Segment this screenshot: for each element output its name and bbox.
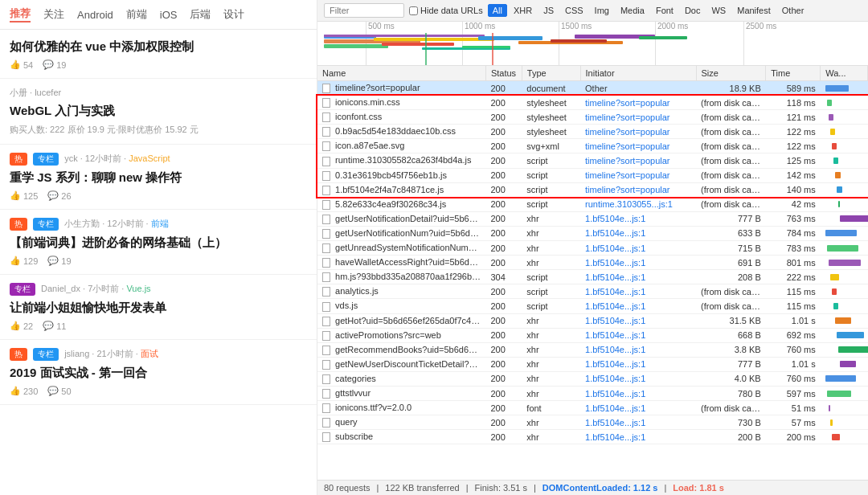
initiator-link[interactable]: 1.bf5104e...js:1 bbox=[585, 432, 645, 442]
comment-1[interactable]: 💬 19 bbox=[43, 59, 66, 70]
initiator-link[interactable]: 1.bf5104e...js:1 bbox=[585, 272, 645, 282]
table-row[interactable]: subscribe 200 xhr 1.bf5104e...js:1 200 B… bbox=[317, 430, 868, 444]
nav-ios[interactable]: iOS bbox=[160, 9, 178, 21]
initiator-link[interactable]: timeline?sort=popular bbox=[585, 98, 669, 108]
initiator-link[interactable]: timeline?sort=popular bbox=[585, 127, 669, 137]
article-title-2[interactable]: WebGL 入门与实践 bbox=[10, 102, 307, 119]
nav-frontend[interactable]: 前端 bbox=[126, 7, 147, 22]
table-row[interactable]: timeline?sort=popular 200 document Other… bbox=[317, 81, 868, 96]
file-icon bbox=[322, 418, 330, 428]
table-row[interactable]: 0.31e3619bcb45f756eb1b.js 200 script tim… bbox=[317, 168, 868, 182]
th-waterfall[interactable]: Wa... bbox=[821, 66, 868, 81]
filter-media[interactable]: Media bbox=[616, 4, 649, 17]
table-row[interactable]: icon.a87e5ae.svg 200 svg+xml timeline?so… bbox=[317, 139, 868, 153]
initiator-link[interactable]: timeline?sort=popular bbox=[585, 141, 669, 151]
table-row[interactable]: getNewUserDiscountTicketDetail?uid=5b6d.… bbox=[317, 357, 868, 371]
initiator-link[interactable]: 1.bf5104e...js:1 bbox=[585, 374, 645, 383]
th-type[interactable]: Type bbox=[522, 66, 580, 81]
table-row[interactable]: getHot?uid=5b6d656ef265da0f7c4ff4fd&cli.… bbox=[317, 313, 868, 328]
filter-img[interactable]: Img bbox=[590, 4, 614, 17]
initiator-link[interactable]: 1.bf5104e...js:1 bbox=[585, 345, 645, 354]
nav-android[interactable]: Android bbox=[77, 9, 113, 21]
initiator-link[interactable]: 1.bf5104e...js:1 bbox=[585, 214, 645, 223]
article-title-3[interactable]: 重学 JS 系列：聊聊 new 操作符 bbox=[10, 169, 307, 186]
initiator-link[interactable]: timeline?sort=popular bbox=[585, 156, 669, 166]
table-row[interactable]: getUserNotificationNum?uid=5b6d656ef26..… bbox=[317, 226, 868, 240]
table-row[interactable]: iconfont.css 200 stylesheet timeline?sor… bbox=[317, 110, 868, 125]
table-row[interactable]: 5.82e633c4ea9f30268c34.js 200 script run… bbox=[317, 197, 868, 211]
filter-doc[interactable]: Doc bbox=[680, 4, 706, 17]
initiator-link[interactable]: 1.bf5104e...js:1 bbox=[585, 243, 645, 253]
filter-xhr[interactable]: XHR bbox=[509, 4, 537, 17]
article-title-1[interactable]: 如何优雅的在 vue 中添加权限控制 bbox=[10, 38, 307, 55]
table-row[interactable]: 0.b9ac5d54e183ddaec10b.css 200 styleshee… bbox=[317, 125, 868, 139]
filter-font[interactable]: Font bbox=[651, 4, 678, 17]
initiator-link[interactable]: 1.bf5104e...js:1 bbox=[585, 258, 645, 268]
filter-ws[interactable]: WS bbox=[706, 4, 731, 17]
comment-3[interactable]: 💬 26 bbox=[47, 190, 71, 201]
initiator-link[interactable]: runtime.3103055...js:1 bbox=[585, 199, 673, 209]
table-row[interactable]: runtime.310305582ca263f4bd4a.js 200 scri… bbox=[317, 153, 868, 168]
initiator-link[interactable]: 1.bf5104e...js:1 bbox=[585, 330, 645, 340]
hide-data-urls-checkbox[interactable] bbox=[409, 6, 418, 15]
row-name-text: 0.b9ac5d54e183ddaec10b.css bbox=[335, 126, 456, 136]
initiator-link[interactable]: 1.bf5104e...js:1 bbox=[585, 316, 645, 325]
table-row[interactable]: ionicons.ttf?v=2.0.0 200 font 1.bf5104e.… bbox=[317, 401, 868, 415]
cell-size: (from disk cache) bbox=[696, 401, 766, 415]
table-row[interactable]: vds.js 200 script 1.bf5104e...js:1 (from… bbox=[317, 299, 868, 313]
like-3[interactable]: 👍 125 bbox=[10, 190, 38, 201]
initiator-link[interactable]: 1.bf5104e...js:1 bbox=[585, 389, 645, 399]
th-name[interactable]: Name bbox=[317, 66, 485, 81]
initiator-link[interactable]: 1.bf5104e...js:1 bbox=[585, 418, 645, 428]
nav-recommended[interactable]: 推荐 bbox=[10, 6, 31, 22]
cell-size: 730 B bbox=[696, 415, 766, 430]
table-row[interactable]: categories 200 xhr 1.bf5104e...js:1 4.0 … bbox=[317, 371, 868, 386]
table-row[interactable]: query 200 xhr 1.bf5104e...js:1 730 B 57 … bbox=[317, 415, 868, 430]
article-title-4[interactable]: 【前端词典】进阶必备的网络基础（上） bbox=[10, 234, 307, 251]
initiator-link[interactable]: 1.bf5104e...js:1 bbox=[585, 228, 645, 238]
filter-css[interactable]: CSS bbox=[560, 4, 588, 17]
like-1[interactable]: 👍 54 bbox=[10, 59, 33, 70]
article-title-5[interactable]: 让前端小姐姐愉快地开发表单 bbox=[10, 299, 307, 316]
initiator-link[interactable]: 1.bf5104e...js:1 bbox=[585, 301, 645, 311]
comment-5[interactable]: 💬 11 bbox=[43, 321, 66, 331]
th-time[interactable]: Time bbox=[766, 66, 821, 81]
initiator-link[interactable]: timeline?sort=popular bbox=[585, 112, 669, 122]
table-row[interactable]: hm.js?93bbd335a208870aa1f296bcd6842e5e 3… bbox=[317, 270, 868, 284]
cell-time: 118 ms bbox=[766, 96, 821, 110]
filter-manifest[interactable]: Manifest bbox=[732, 4, 776, 17]
filter-all[interactable]: All bbox=[488, 4, 507, 17]
network-table-container[interactable]: Name Status Type Initiator Size Time Wa.… bbox=[317, 66, 868, 480]
filter-other[interactable]: Other bbox=[777, 4, 809, 17]
initiator-link[interactable]: 1.bf5104e...js:1 bbox=[585, 403, 645, 413]
th-initiator[interactable]: Initiator bbox=[580, 66, 696, 81]
comment-4[interactable]: 💬 19 bbox=[47, 256, 71, 266]
table-row[interactable]: getRecommendBooks?uid=5b6d656ef265d... 2… bbox=[317, 342, 868, 357]
table-row[interactable]: haveWalletAccessRight?uid=5b6d656ef265d.… bbox=[317, 256, 868, 270]
table-row[interactable]: gttstlvvur 200 xhr 1.bf5104e...js:1 780 … bbox=[317, 386, 868, 400]
initiator-link[interactable]: 1.bf5104e...js:1 bbox=[585, 287, 645, 297]
table-row[interactable]: getUnreadSystemNotificationNum?uid=5b6..… bbox=[317, 241, 868, 256]
tbar-10 bbox=[462, 46, 510, 48]
like-4[interactable]: 👍 129 bbox=[10, 256, 38, 266]
nav-follow[interactable]: 关注 bbox=[43, 7, 64, 22]
nav-design[interactable]: 设计 bbox=[223, 7, 244, 22]
initiator-link[interactable]: timeline?sort=popular bbox=[585, 170, 669, 180]
waterfall-bar bbox=[833, 303, 838, 309]
initiator-link[interactable]: 1.bf5104e...js:1 bbox=[585, 359, 645, 369]
like-6[interactable]: 👍 230 bbox=[10, 386, 38, 396]
table-row[interactable]: getUserNotificationDetail?uid=5b6d... 20… bbox=[317, 211, 868, 226]
table-row[interactable]: activePromotions?src=web 200 xhr 1.bf510… bbox=[317, 328, 868, 342]
table-row[interactable]: analytics.js 200 script 1.bf5104e...js:1… bbox=[317, 284, 868, 299]
th-size[interactable]: Size bbox=[696, 66, 766, 81]
filter-input[interactable] bbox=[324, 3, 404, 18]
comment-6[interactable]: 💬 50 bbox=[47, 386, 71, 396]
table-row[interactable]: 1.bf5104e2f4a7c84871ce.js 200 script tim… bbox=[317, 182, 868, 197]
filter-js[interactable]: JS bbox=[538, 4, 559, 17]
article-title-6[interactable]: 2019 面试实战 - 第一回合 bbox=[10, 364, 307, 381]
table-row[interactable]: ionicons.min.css 200 stylesheet timeline… bbox=[317, 96, 868, 110]
th-status[interactable]: Status bbox=[485, 66, 522, 81]
initiator-link[interactable]: timeline?sort=popular bbox=[585, 185, 669, 194]
nav-backend[interactable]: 后端 bbox=[190, 7, 211, 22]
like-5[interactable]: 👍 22 bbox=[10, 321, 33, 331]
